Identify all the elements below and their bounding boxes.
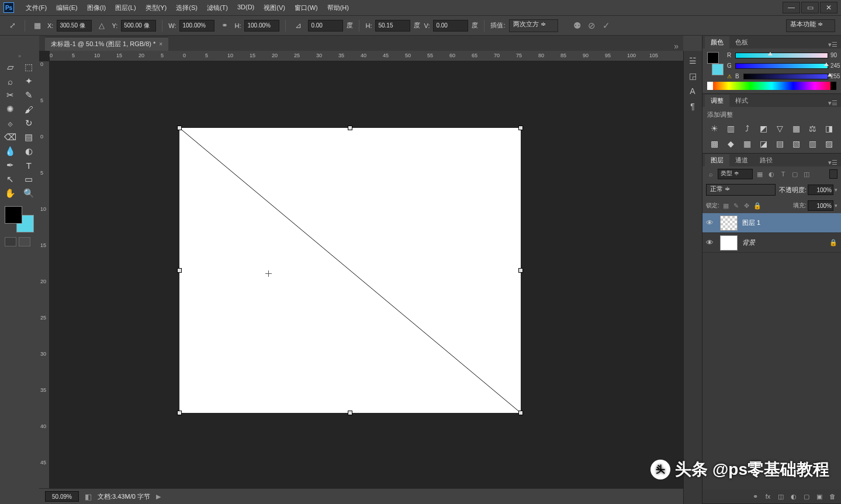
- link-icon[interactable]: ⚭: [218, 19, 231, 32]
- eyedropper-tool[interactable]: ✎: [20, 88, 39, 102]
- layer-thumbnail[interactable]: [720, 235, 738, 251]
- skew-v-input[interactable]: [433, 20, 468, 32]
- filter-pixel-icon[interactable]: ▦: [755, 169, 764, 179]
- paragraph-panel-icon[interactable]: ¶: [685, 100, 700, 113]
- commit-transform-icon[interactable]: ✓: [603, 20, 610, 31]
- w-input[interactable]: [179, 20, 214, 32]
- lock-position-icon[interactable]: ✥: [743, 201, 751, 210]
- tab-paths[interactable]: 路径: [754, 154, 778, 166]
- panel-menu-icon[interactable]: ▾☰: [825, 41, 841, 48]
- warp-icon[interactable]: ⚉: [573, 20, 581, 31]
- brightness-icon[interactable]: ☀: [708, 123, 721, 134]
- shape-tool[interactable]: ▭: [20, 172, 39, 186]
- levels-icon[interactable]: ▥: [725, 123, 738, 134]
- interp-select[interactable]: 两次立方 ≑: [509, 19, 558, 32]
- bg-swatch[interactable]: [712, 64, 724, 75]
- brush-tool[interactable]: 🖌: [20, 102, 39, 116]
- tab-styles[interactable]: 样式: [729, 95, 754, 107]
- lasso-tool[interactable]: ⌕: [1, 74, 20, 88]
- tab-swatches[interactable]: 色板: [729, 36, 754, 48]
- b-slider[interactable]: [743, 74, 828, 79]
- vibrance-icon[interactable]: ▽: [774, 123, 787, 134]
- crop-tool[interactable]: ✂: [1, 88, 20, 102]
- fx-icon[interactable]: fx: [763, 492, 773, 501]
- exposure-icon[interactable]: ◩: [757, 123, 770, 134]
- doc-info-arrow-icon[interactable]: ▶: [156, 493, 161, 500]
- delete-layer-icon[interactable]: 🗑: [827, 492, 837, 501]
- delta-icon[interactable]: △: [95, 19, 108, 32]
- reference-point-icon[interactable]: ▦: [31, 19, 44, 32]
- lookup-icon[interactable]: ▦: [741, 138, 754, 150]
- adjustment-layer-icon[interactable]: ◐: [788, 492, 799, 501]
- menu-item[interactable]: 文件(F): [21, 1, 51, 15]
- menu-item[interactable]: 帮助(H): [323, 1, 354, 15]
- dodge-tool[interactable]: ◐: [20, 144, 39, 158]
- canvas[interactable]: [179, 128, 521, 413]
- mask-icon[interactable]: ◫: [776, 492, 786, 501]
- posterize-icon[interactable]: ▤: [774, 138, 787, 150]
- layer-item[interactable]: 👁 背景 🔒: [702, 233, 841, 253]
- tab-adjustments[interactable]: 调整: [705, 95, 729, 107]
- layer-name[interactable]: 背景: [742, 238, 755, 247]
- history-panel-icon[interactable]: ☱: [685, 54, 700, 67]
- layer-thumbnail[interactable]: [720, 215, 738, 231]
- filter-adj-icon[interactable]: ◐: [767, 169, 776, 179]
- foreground-color[interactable]: [5, 206, 22, 224]
- filter-text-icon[interactable]: T: [778, 169, 788, 179]
- fg-swatch[interactable]: [707, 52, 719, 64]
- menu-item[interactable]: 滤镜(T): [202, 1, 233, 15]
- gradient-map-icon[interactable]: ▥: [807, 138, 819, 150]
- marquee-tool[interactable]: ⬚: [20, 60, 39, 74]
- panel-menu-icon[interactable]: ▾☰: [825, 159, 841, 166]
- type-tool[interactable]: T: [20, 158, 39, 172]
- screenmode-icon[interactable]: [19, 237, 30, 246]
- menu-item[interactable]: 图像(I): [82, 1, 110, 15]
- zoom-field[interactable]: [45, 491, 79, 502]
- filter-shape-icon[interactable]: ▢: [790, 169, 800, 179]
- move-tool[interactable]: ▱: [1, 60, 20, 74]
- threshold-icon[interactable]: ▧: [790, 138, 803, 150]
- g-slider[interactable]: [735, 63, 828, 69]
- y-input[interactable]: [121, 20, 156, 32]
- pen-tool[interactable]: ✒: [1, 158, 20, 172]
- bw-icon[interactable]: ◨: [823, 123, 836, 134]
- zoom-tool[interactable]: 🔍: [20, 186, 39, 200]
- photo-filter-icon[interactable]: ▩: [708, 138, 721, 150]
- tab-channels[interactable]: 通道: [729, 154, 754, 166]
- curves-icon[interactable]: ⤴: [741, 123, 754, 134]
- filter-smart-icon[interactable]: ◫: [802, 169, 811, 179]
- color-swatches[interactable]: [5, 206, 34, 232]
- hue-icon[interactable]: ▦: [790, 123, 803, 134]
- fill-input[interactable]: [808, 200, 833, 211]
- filter-toggle[interactable]: [829, 169, 837, 179]
- x-input[interactable]: [57, 20, 92, 32]
- eraser-tool[interactable]: ⌫: [1, 130, 20, 144]
- visibility-icon[interactable]: 👁: [706, 218, 715, 227]
- character-panel-icon[interactable]: A: [685, 85, 700, 98]
- magic-wand-tool[interactable]: ✦: [20, 74, 39, 88]
- horizontal-ruler[interactable]: 0510152050510152025303540455055606570758…: [50, 51, 683, 61]
- lock-paint-icon[interactable]: ✎: [732, 201, 740, 210]
- panel-menu-icon[interactable]: ▾☰: [825, 99, 841, 107]
- transform-tool-icon[interactable]: ⤢: [6, 19, 19, 32]
- cancel-transform-icon[interactable]: ⊘: [588, 20, 596, 31]
- selective-color-icon[interactable]: ▨: [823, 138, 836, 150]
- clone-tool[interactable]: ⟐: [1, 116, 20, 130]
- expand-tabs-icon[interactable]: »: [674, 41, 679, 51]
- vertical-ruler[interactable]: 05051015202530354045: [39, 61, 50, 488]
- history-brush-tool[interactable]: ↻: [20, 116, 39, 130]
- lock-transparent-icon[interactable]: ▦: [722, 201, 730, 210]
- menu-item[interactable]: 类型(Y): [141, 1, 172, 15]
- close-tab-icon[interactable]: ×: [159, 41, 162, 47]
- visibility-icon[interactable]: 👁: [706, 238, 715, 247]
- doc-info[interactable]: 文档:3.43M/0 字节: [98, 492, 150, 501]
- hand-tool[interactable]: ✋: [1, 186, 20, 200]
- menu-item[interactable]: 窗口(W): [290, 1, 323, 15]
- layer-item[interactable]: 👁 图层 1: [702, 213, 841, 233]
- menu-item[interactable]: 视图(V): [259, 1, 290, 15]
- opacity-input[interactable]: [808, 185, 833, 195]
- menu-item[interactable]: 3D(D): [233, 1, 259, 15]
- blend-mode-select[interactable]: 正常 ≑: [706, 184, 776, 196]
- skew-h-input[interactable]: [375, 20, 410, 32]
- spectrum-bar[interactable]: [707, 82, 836, 90]
